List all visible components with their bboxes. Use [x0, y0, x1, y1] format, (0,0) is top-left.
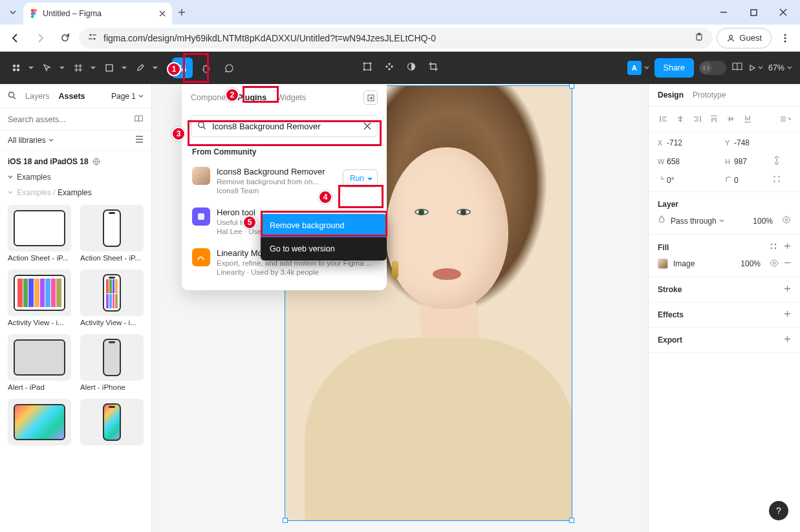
search-layers-icon[interactable] [8, 90, 16, 102]
align-top-icon[interactable] [708, 113, 720, 125]
share-button[interactable]: Share [654, 58, 694, 78]
asset-breadcrumb[interactable]: Examples / Examples [0, 186, 151, 202]
align-vcenter-icon[interactable] [725, 113, 737, 125]
library-icon[interactable] [134, 114, 144, 125]
menu-item-go-web[interactable]: Go to web version [261, 237, 387, 261]
play-button[interactable] [748, 64, 763, 72]
tab-dropdown-button[interactable] [3, 2, 23, 23]
window-close-button[interactable] [773, 2, 794, 23]
comment-tool-button[interactable] [219, 58, 239, 78]
design-tab[interactable]: Design [658, 90, 684, 100]
present-button[interactable] [731, 61, 743, 74]
w-field[interactable]: 658 [667, 157, 706, 166]
popover-expand-icon[interactable] [363, 90, 378, 105]
avatar-dropdown-icon[interactable] [644, 65, 649, 70]
fill-visibility-toggle[interactable] [770, 259, 779, 269]
assets-tab[interactable]: Assets [59, 92, 85, 101]
list-view-icon[interactable] [135, 136, 144, 145]
libraries-dropdown[interactable]: All libraries [8, 136, 54, 145]
corner-radius-icon [725, 176, 734, 184]
section-expand[interactable]: Examples [0, 169, 151, 186]
resize-handle-tr[interactable] [569, 84, 574, 89]
fill-opacity-field[interactable]: 100% [741, 259, 761, 268]
edit-object-icon[interactable] [362, 61, 373, 74]
plugin-result-item[interactable]: Icons8 Background Remover Remove backgro… [182, 160, 387, 201]
library-section[interactable]: iOS 18 and iPadOS 18 [0, 151, 151, 169]
corner-field[interactable]: 0 [734, 176, 773, 185]
add-stroke-button[interactable] [784, 285, 791, 294]
constrain-proportions-icon[interactable] [773, 155, 786, 167]
new-tab-button[interactable] [172, 3, 191, 22]
dev-mode-toggle[interactable] [699, 61, 726, 75]
distribute-icon[interactable] [779, 113, 791, 125]
x-field[interactable]: -712 [667, 138, 706, 147]
rotation-field[interactable]: 0° [667, 176, 706, 185]
frame-tool-button[interactable] [70, 58, 98, 78]
zoom-control[interactable]: 67% [768, 63, 792, 72]
asset-item[interactable] [80, 399, 144, 448]
asset-item[interactable]: Alert - iPad [8, 334, 71, 391]
tab-widgets[interactable]: Widgets [277, 93, 306, 102]
window-maximize-button[interactable] [743, 2, 764, 23]
resize-handle-bl[interactable] [283, 518, 288, 523]
menu-item-remove-background[interactable]: Remove background [261, 214, 387, 237]
blend-mode-icon[interactable] [658, 215, 665, 226]
align-left-icon[interactable] [658, 113, 669, 125]
window-minimize-button[interactable] [713, 2, 734, 23]
main-menu-button[interactable] [8, 58, 36, 78]
blend-mode-select[interactable]: Pass through [671, 217, 724, 226]
nav-reload-button[interactable] [54, 28, 75, 48]
asset-item[interactable]: Action Sheet - iP... [80, 205, 144, 262]
browser-menu-button[interactable] [775, 28, 795, 48]
align-right-icon[interactable] [691, 113, 703, 125]
pen-tool-button[interactable] [132, 58, 160, 78]
help-button[interactable]: ? [769, 501, 788, 520]
assets-search-input[interactable] [8, 115, 129, 124]
asset-item[interactable]: Alert - iPhone [80, 334, 144, 391]
layers-tab[interactable]: Layers [25, 92, 50, 101]
shape-tool-button[interactable] [101, 58, 129, 78]
asset-item[interactable] [8, 399, 71, 448]
add-fill-button[interactable] [784, 242, 791, 252]
tab-components[interactable]: Components [191, 93, 227, 102]
mask-icon[interactable] [406, 61, 416, 74]
tab-plugins[interactable]: Plugins [237, 93, 266, 102]
clipboard-icon[interactable] [695, 32, 704, 43]
browser-tab[interactable]: Untitled – Figma [23, 3, 172, 25]
page-selector[interactable]: Page 1 [111, 92, 144, 101]
clear-search-button[interactable] [363, 121, 371, 133]
nav-forward-button[interactable] [30, 28, 50, 48]
h-field[interactable]: 987 [734, 157, 773, 166]
crop-icon[interactable] [428, 61, 438, 74]
canvas[interactable]: Components Plugins Widgets From Communit… [152, 84, 648, 532]
remove-fill-button[interactable] [784, 259, 791, 268]
y-field[interactable]: -748 [734, 138, 773, 147]
hand-tool-button[interactable] [195, 58, 216, 78]
profile-chip[interactable]: Guest [717, 28, 772, 48]
resize-handle-br[interactable] [569, 518, 574, 523]
user-avatar[interactable]: A [627, 61, 642, 75]
add-export-button[interactable] [784, 335, 791, 345]
site-settings-icon[interactable] [88, 32, 97, 43]
align-hcenter-icon[interactable] [675, 113, 686, 125]
nav-back-button[interactable] [5, 28, 26, 48]
alignment-controls[interactable] [649, 107, 800, 132]
plugin-search-input[interactable] [191, 115, 378, 137]
move-tool-button[interactable] [39, 58, 67, 78]
add-effect-button[interactable] [784, 310, 791, 319]
prototype-tab[interactable]: Prototype [693, 90, 726, 100]
layer-opacity-field[interactable]: 100% [753, 217, 773, 226]
asset-item[interactable]: Activity View - i... [8, 270, 71, 326]
visibility-toggle[interactable] [782, 216, 791, 226]
fill-style-icon[interactable] [770, 242, 777, 252]
component-icon[interactable] [384, 61, 395, 74]
asset-item[interactable]: Action Sheet - iP... [8, 205, 71, 262]
run-plugin-button[interactable]: Run [343, 169, 378, 187]
fill-swatch[interactable] [658, 259, 668, 269]
asset-item[interactable]: Activity View - i... [80, 270, 144, 326]
align-bottom-icon[interactable] [742, 113, 753, 125]
independent-corners-icon[interactable] [773, 175, 786, 185]
address-bar[interactable]: figma.com/design/mHy69ikdLNTMt8pKdADXXU/… [79, 28, 713, 48]
fill-type-label[interactable]: Image [673, 259, 695, 268]
tab-close-button[interactable] [159, 8, 166, 19]
